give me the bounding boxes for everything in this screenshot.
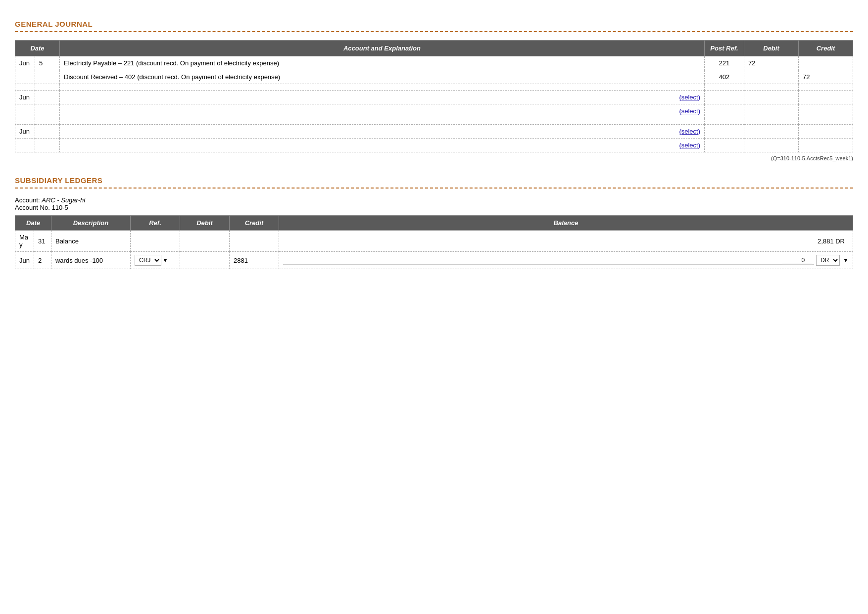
- ledger-credit: [229, 231, 279, 252]
- journal-day: [35, 125, 60, 139]
- ledger-month: May: [15, 231, 34, 252]
- general-journal-title: GENERAL JOURNAL: [15, 20, 853, 32]
- journal-day: [35, 70, 60, 84]
- journal-post-ref: [705, 125, 744, 139]
- ledger-debit: [180, 252, 229, 269]
- journal-spacer-credit: [799, 118, 853, 125]
- subsidiary-ledgers-title: SUBSIDIARY LEDGERS: [15, 176, 853, 189]
- journal-table: Date Account and Explanation Post Ref. D…: [15, 40, 853, 152]
- ledger-day: 2: [34, 252, 51, 269]
- journal-account: Electricity Payable – 221 (discount recd…: [60, 56, 705, 70]
- ledger-ref[interactable]: CRJ ▼: [130, 252, 180, 269]
- journal-post-ref: [705, 139, 744, 152]
- journal-debit: [744, 91, 799, 104]
- journal-credit: [799, 56, 853, 70]
- select-link[interactable]: (select): [679, 94, 700, 101]
- journal-day: [35, 104, 60, 118]
- journal-credit: [799, 91, 853, 104]
- ledger-balance: 2,881 DR: [279, 231, 853, 252]
- account-no-label: Account No.: [15, 204, 50, 211]
- journal-footnote: (Q=310-110-5.AcctsRec5_week1): [15, 155, 853, 161]
- select-link[interactable]: (select): [679, 107, 700, 115]
- journal-debit: [744, 125, 799, 139]
- journal-header-post-ref: Post Ref.: [705, 41, 744, 56]
- ledger-header-credit: Credit: [229, 216, 279, 231]
- journal-spacer-month: [15, 84, 35, 91]
- general-journal-section: GENERAL JOURNAL Date Account and Explana…: [15, 20, 853, 161]
- journal-debit: 72: [744, 56, 799, 70]
- journal-day: [35, 91, 60, 104]
- journal-post-ref: 221: [705, 56, 744, 70]
- journal-spacer-ref: [705, 118, 744, 125]
- journal-header-debit: Debit: [744, 41, 799, 56]
- journal-account[interactable]: (select): [60, 139, 705, 152]
- journal-credit: 72: [799, 70, 853, 84]
- ledger-header-debit: Debit: [180, 216, 229, 231]
- journal-account-text: Electricity Payable – 221 (discount recd…: [64, 59, 279, 67]
- journal-credit: [799, 104, 853, 118]
- journal-spacer-day: [35, 118, 60, 125]
- balance-value: 2,881 DR: [283, 237, 849, 245]
- journal-post-ref: 402: [705, 70, 744, 84]
- ledger-ref: [130, 231, 180, 252]
- ledger-credit: 2881: [229, 252, 279, 269]
- journal-account: Discount Received – 402 (discount recd. …: [60, 70, 705, 84]
- journal-month: Jun: [15, 91, 35, 104]
- ledger-month: Jun: [15, 252, 34, 269]
- journal-spacer-debit: [744, 118, 799, 125]
- ref-select[interactable]: CRJ: [135, 255, 161, 266]
- balance-inner: DR CR ▼: [283, 255, 849, 266]
- journal-month: [15, 139, 35, 152]
- journal-account[interactable]: (select): [60, 125, 705, 139]
- ledger-table: Date Description Ref. Debit Credit Balan…: [15, 215, 853, 269]
- journal-month: Jun: [15, 125, 35, 139]
- journal-account-text: Discount Received – 402 (discount recd. …: [64, 73, 280, 81]
- ledger-description: wards dues -100: [51, 252, 130, 269]
- ledger-header-ref: Ref.: [130, 216, 180, 231]
- journal-day: 5: [35, 56, 60, 70]
- journal-header-credit: Credit: [799, 41, 853, 56]
- ref-dropdown-icon: ▼: [162, 257, 168, 264]
- journal-header-date: Date: [15, 41, 60, 56]
- journal-credit: [799, 139, 853, 152]
- ref-select-container: CRJ ▼: [135, 255, 176, 266]
- journal-debit: [744, 104, 799, 118]
- journal-post-ref: [705, 91, 744, 104]
- journal-account[interactable]: (select): [60, 104, 705, 118]
- journal-spacer-month: [15, 118, 35, 125]
- subsidiary-ledgers-section: SUBSIDIARY LEDGERS Account: ARC - Sugar-…: [15, 176, 853, 269]
- journal-account[interactable]: (select): [60, 91, 705, 104]
- journal-spacer-day: [35, 84, 60, 91]
- journal-spacer-account: [60, 84, 705, 91]
- ledger-header-description: Description: [51, 216, 130, 231]
- journal-post-ref: [705, 104, 744, 118]
- journal-credit: [799, 125, 853, 139]
- dr-select[interactable]: DR CR: [816, 255, 840, 266]
- journal-spacer-credit: [799, 84, 853, 91]
- select-link[interactable]: (select): [679, 128, 700, 135]
- journal-spacer-debit: [744, 84, 799, 91]
- journal-month: [15, 104, 35, 118]
- account-no: 110-5: [51, 204, 68, 211]
- select-link[interactable]: (select): [679, 142, 700, 149]
- ledger-day: 31: [34, 231, 51, 252]
- journal-debit: [744, 70, 799, 84]
- account-label: Account:: [15, 196, 40, 204]
- journal-spacer-ref: [705, 84, 744, 91]
- journal-debit: [744, 139, 799, 152]
- journal-day: [35, 139, 60, 152]
- ledger-description: Balance: [51, 231, 130, 252]
- balance-input[interactable]: [782, 257, 812, 264]
- ledger-header-date: Date: [15, 216, 51, 231]
- journal-spacer-account: [60, 118, 705, 125]
- ledger-balance[interactable]: DR CR ▼: [279, 252, 853, 269]
- account-info: Account: ARC - Sugar-hi Account No. 110-…: [15, 196, 853, 211]
- ledger-header-balance: Balance: [279, 216, 853, 231]
- account-name: ARC - Sugar-hi: [42, 196, 85, 204]
- dropdown-arrow-icon: ▼: [843, 257, 849, 264]
- journal-month: Jun: [15, 56, 35, 70]
- journal-header-account: Account and Explanation: [60, 41, 705, 56]
- journal-month: [15, 70, 35, 84]
- ledger-debit: [180, 231, 229, 252]
